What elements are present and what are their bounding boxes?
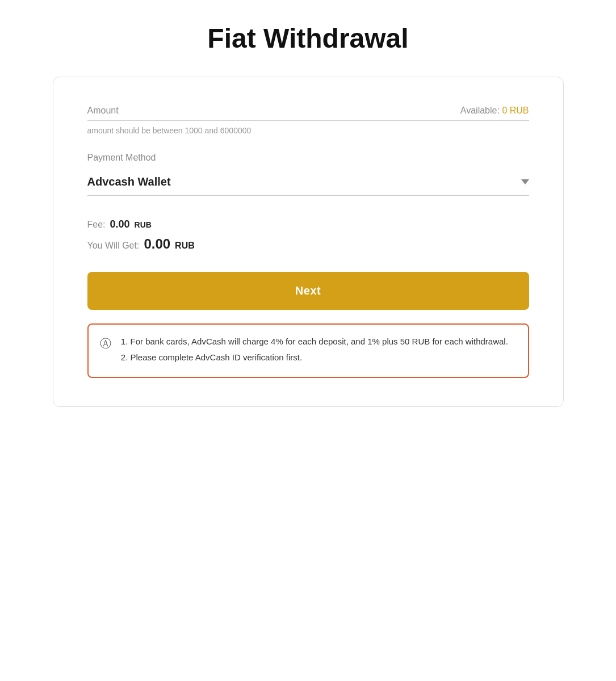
fee-currency: RUB (135, 220, 152, 229)
card: Amount Available: 0 RUB amount should be… (53, 77, 564, 407)
available-text: Available: 0 RUB (460, 106, 529, 116)
payment-method-section: Payment Method Advcash Wallet (87, 153, 529, 196)
you-will-get-currency: RUB (175, 241, 195, 251)
page-container: Fiat Withdrawal Amount Available: 0 RUB … (53, 23, 564, 407)
fee-section: Fee: 0.00 RUB (87, 218, 529, 230)
info-icon: Ⓐ (100, 336, 111, 351)
amount-label: Amount (87, 106, 119, 116)
chevron-down-icon (521, 179, 529, 184)
select-value: Advcash Wallet (87, 175, 171, 188)
amount-row: Amount Available: 0 RUB (87, 106, 529, 116)
fee-value: 0.00 (110, 218, 130, 230)
notice-content: For bank cards, AdvCash will charge 4% f… (119, 335, 508, 367)
amount-section: Amount Available: 0 RUB amount should be… (87, 106, 529, 136)
page-title: Fiat Withdrawal (207, 23, 408, 54)
you-will-get-value: 0.00 (144, 236, 170, 252)
select-display[interactable]: Advcash Wallet (87, 169, 529, 196)
payment-method-label: Payment Method (87, 153, 529, 163)
you-will-get-label: You Will Get: (87, 241, 140, 251)
next-button[interactable]: Next (87, 272, 529, 310)
amount-divider (87, 120, 529, 121)
notice-item-2: Please complete AdvCash ID verification … (131, 351, 508, 364)
available-value: 0 RUB (502, 106, 529, 115)
payment-method-select[interactable]: Advcash Wallet (87, 169, 529, 196)
notice-item-1: For bank cards, AdvCash will charge 4% f… (131, 335, 508, 348)
you-will-get-row: You Will Get: 0.00 RUB (87, 236, 529, 252)
fee-label: Fee: (87, 220, 106, 230)
notice-box: Ⓐ For bank cards, AdvCash will charge 4%… (87, 323, 529, 378)
fee-row: Fee: 0.00 RUB (87, 218, 529, 230)
amount-hint: amount should be between 1000 and 600000… (87, 126, 252, 135)
